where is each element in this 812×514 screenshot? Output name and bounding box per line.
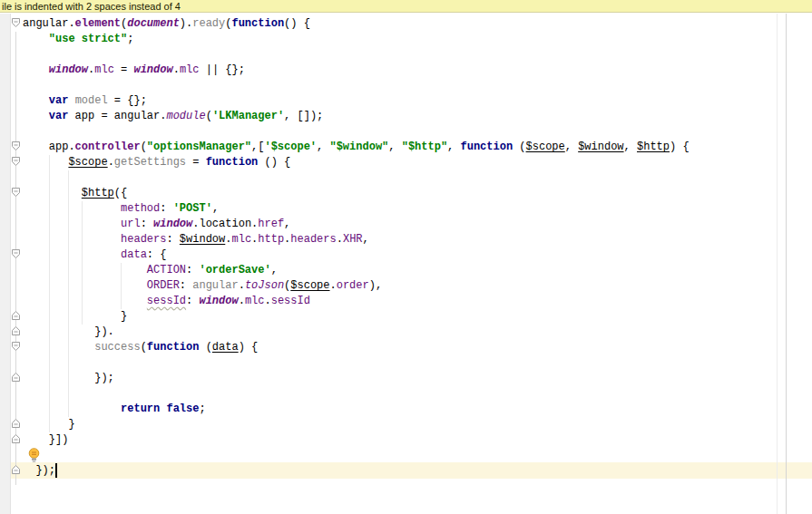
code-lines[interactable]: angular.element(document).ready(function… xyxy=(23,14,812,514)
code-line[interactable]: method: 'POST', xyxy=(23,201,219,217)
fold-region-end-icon[interactable] xyxy=(12,311,20,320)
code-line[interactable]: headers: $window.mlc.http.headers.XHR, xyxy=(23,232,369,247)
notification-text: ile is indented with 2 spaces instead of… xyxy=(2,1,181,12)
code-line[interactable]: $http({ xyxy=(23,186,127,201)
fold-region-start-icon[interactable] xyxy=(12,342,20,351)
fold-region-end-icon[interactable] xyxy=(12,419,20,428)
fold-region-start-icon[interactable] xyxy=(12,188,20,197)
code-line[interactable]: "use strict"; xyxy=(23,32,133,47)
code-line[interactable]: } xyxy=(23,417,75,432)
notification-bar[interactable]: ile is indented with 2 spaces instead of… xyxy=(0,0,812,13)
fold-region-end-icon[interactable] xyxy=(12,373,20,382)
code-line[interactable]: }]) xyxy=(23,432,68,448)
code-line[interactable]: } xyxy=(23,309,127,325)
code-editor[interactable]: angular.element(document).ready(function… xyxy=(0,14,812,514)
code-line[interactable]: app.controller("optionsManager",['$scope… xyxy=(23,140,690,155)
fold-region-end-icon[interactable] xyxy=(12,465,20,474)
fold-region-start-icon[interactable] xyxy=(12,157,20,166)
fold-region-start-icon[interactable] xyxy=(12,141,20,150)
code-line[interactable]: success(function (data) { xyxy=(23,340,258,355)
intention-lightbulb-icon[interactable] xyxy=(27,448,41,463)
code-line[interactable]: var model = {}; xyxy=(23,93,147,109)
editor-gutter[interactable] xyxy=(0,14,11,514)
code-line[interactable]: ORDER: angular.toJson($scope.order), xyxy=(23,278,382,294)
fold-region-end-icon[interactable] xyxy=(12,434,20,443)
code-line[interactable]: data: { xyxy=(23,247,166,263)
text-caret xyxy=(55,463,57,478)
ide-window: ile is indented with 2 spaces instead of… xyxy=(0,0,812,514)
code-line[interactable]: angular.element(document).ready(function… xyxy=(23,16,310,32)
fold-region-start-icon[interactable] xyxy=(12,18,20,27)
code-line[interactable]: url: window.location.href, xyxy=(23,217,290,232)
fold-guide-line xyxy=(15,32,16,485)
code-line[interactable]: $scope.getSettings = function () { xyxy=(23,155,290,170)
fold-region-end-icon[interactable] xyxy=(12,326,20,335)
code-line[interactable]: var app = angular.module('LKManager', []… xyxy=(23,109,323,124)
code-line[interactable]: return false; xyxy=(23,402,206,417)
code-line[interactable]: }). xyxy=(23,325,114,340)
code-line[interactable]: window.mlc = window.mlc || {}; xyxy=(23,63,245,78)
code-line[interactable]: sessId: window.mlc.sessId xyxy=(23,294,310,309)
code-line[interactable]: }); xyxy=(23,463,55,479)
code-line[interactable]: }); xyxy=(23,371,114,386)
fold-region-start-icon[interactable] xyxy=(12,249,20,258)
code-line[interactable]: ACTION: 'orderSave', xyxy=(23,263,278,278)
